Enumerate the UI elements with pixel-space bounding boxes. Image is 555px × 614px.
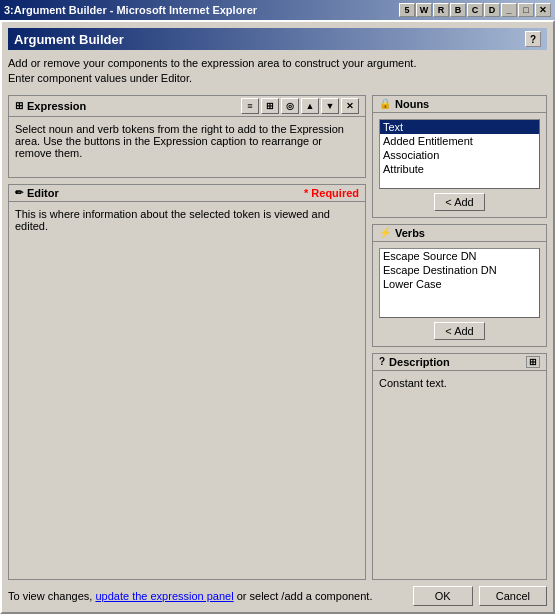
footer-suffix: or select /add a component. [234, 590, 373, 602]
cancel-button[interactable]: Cancel [479, 586, 547, 606]
verbs-listbox[interactable]: Escape Source DN Escape Destination DN L… [379, 248, 540, 318]
description-question-icon: ? [379, 356, 385, 367]
dialog-desc-line2: Enter component values under Editor. [8, 72, 192, 84]
verbs-add-button[interactable]: < Add [434, 322, 484, 340]
list-item[interactable]: Attribute [380, 162, 539, 176]
nouns-add-container: < Add [379, 193, 540, 211]
left-column: ⊞ Expression ≡ ⊞ ◎ ▲ ▼ ✕ Select noun and… [8, 95, 366, 580]
titlebar-btn-r[interactable]: R [433, 3, 449, 17]
bottom-bar: To view changes, update the expression p… [8, 586, 547, 606]
expression-btn-circle[interactable]: ◎ [281, 98, 299, 114]
nouns-panel-body: Text Added Entitlement Association Attri… [373, 113, 546, 217]
description-expand-icon[interactable]: ⊞ [526, 356, 540, 368]
verbs-header-label: Verbs [395, 227, 425, 239]
titlebar-btn-c[interactable]: C [467, 3, 483, 17]
description-body: Constant text. [373, 371, 546, 579]
footer-prefix: To view changes, [8, 590, 95, 602]
expression-btn-up[interactable]: ▲ [301, 98, 319, 114]
titlebar-btn-b[interactable]: B [450, 3, 466, 17]
ok-button[interactable]: OK [413, 586, 473, 606]
expression-body: Select noun and verb tokens from the rig… [9, 117, 365, 177]
dialog-description: Add or remove your components to the exp… [8, 56, 547, 87]
titlebar-minimize-button[interactable]: _ [501, 3, 517, 17]
nouns-panel-header: 🔒 Nouns [373, 96, 546, 113]
titlebar-close-button[interactable]: ✕ [535, 3, 551, 17]
title-bar-text: 3:Argument Builder - Microsoft Internet … [4, 4, 257, 16]
nouns-panel: 🔒 Nouns Text Added Entitlement Associati… [372, 95, 547, 218]
verbs-panel: ⚡ Verbs Escape Source DN Escape Destinat… [372, 224, 547, 347]
verbs-icon: ⚡ [379, 227, 391, 238]
editor-header-label: Editor [27, 187, 59, 199]
expression-header-label: Expression [27, 100, 86, 112]
dialog-desc-line1: Add or remove your components to the exp… [8, 57, 416, 69]
editor-body: This is where information about the sele… [9, 202, 365, 579]
verbs-panel-header: ⚡ Verbs [373, 225, 546, 242]
description-header-label: Description [389, 356, 450, 368]
list-item[interactable]: Escape Source DN [380, 249, 539, 263]
titlebar-btn-w[interactable]: W [416, 3, 432, 17]
expression-btn-table[interactable]: ⊞ [261, 98, 279, 114]
expression-header-left: ⊞ Expression [15, 100, 86, 112]
nouns-icon: 🔒 [379, 98, 391, 109]
nouns-header-label: Nouns [395, 98, 429, 110]
description-panel: ? Description ⊞ Constant text. [372, 353, 547, 580]
editor-panel-header: ✏ Editor * Required [9, 185, 365, 202]
verbs-add-container: < Add [379, 322, 540, 340]
expression-body-text: Select noun and verb tokens from the rig… [15, 123, 344, 159]
description-body-text: Constant text. [379, 377, 447, 389]
description-panel-header: ? Description ⊞ [373, 354, 546, 371]
title-bar: 3:Argument Builder - Microsoft Internet … [0, 0, 555, 20]
expression-btn-grid[interactable]: ≡ [241, 98, 259, 114]
list-item[interactable]: Added Entitlement [380, 134, 539, 148]
expression-icon: ⊞ [15, 100, 23, 111]
nouns-add-button[interactable]: < Add [434, 193, 484, 211]
list-item[interactable]: Text [380, 120, 539, 134]
right-column: 🔒 Nouns Text Added Entitlement Associati… [372, 95, 547, 580]
title-bar-left: 3:Argument Builder - Microsoft Internet … [4, 4, 257, 16]
main-content: ⊞ Expression ≡ ⊞ ◎ ▲ ▼ ✕ Select noun and… [8, 95, 547, 580]
editor-header-left: ✏ Editor [15, 187, 59, 199]
editor-panel: ✏ Editor * Required This is where inform… [8, 184, 366, 580]
required-label: * Required [304, 187, 359, 199]
expression-toolbar: ≡ ⊞ ◎ ▲ ▼ ✕ [241, 98, 359, 114]
titlebar-maximize-button[interactable]: □ [518, 3, 534, 17]
dialog-title-bar: Argument Builder ? [8, 28, 547, 50]
expression-btn-down[interactable]: ▼ [321, 98, 339, 114]
title-bar-right: 5 W R B C D _ □ ✕ [399, 3, 551, 17]
footer-buttons: OK Cancel [413, 586, 547, 606]
list-item[interactable]: Escape Destination DN [380, 263, 539, 277]
dialog-title-text: Argument Builder [14, 32, 124, 47]
nouns-listbox[interactable]: Text Added Entitlement Association Attri… [379, 119, 540, 189]
dialog: Argument Builder ? Add or remove your co… [0, 20, 555, 614]
editor-icon: ✏ [15, 187, 23, 198]
titlebar-btn-d[interactable]: D [484, 3, 500, 17]
desc-header-left: ? Description [379, 356, 450, 368]
expression-btn-remove[interactable]: ✕ [341, 98, 359, 114]
list-item[interactable]: Lower Case [380, 277, 539, 291]
nouns-header-left: 🔒 Nouns [379, 98, 429, 110]
editor-body-text: This is where information about the sele… [15, 208, 330, 232]
update-expression-link[interactable]: update the expression panel [95, 590, 233, 602]
help-button[interactable]: ? [525, 31, 541, 47]
footer-text: To view changes, update the expression p… [8, 590, 372, 602]
titlebar-btn-5[interactable]: 5 [399, 3, 415, 17]
expression-panel-header: ⊞ Expression ≡ ⊞ ◎ ▲ ▼ ✕ [9, 96, 365, 117]
verbs-panel-body: Escape Source DN Escape Destination DN L… [373, 242, 546, 346]
list-item[interactable]: Association [380, 148, 539, 162]
expression-panel: ⊞ Expression ≡ ⊞ ◎ ▲ ▼ ✕ Select noun and… [8, 95, 366, 178]
verbs-header-left: ⚡ Verbs [379, 227, 425, 239]
